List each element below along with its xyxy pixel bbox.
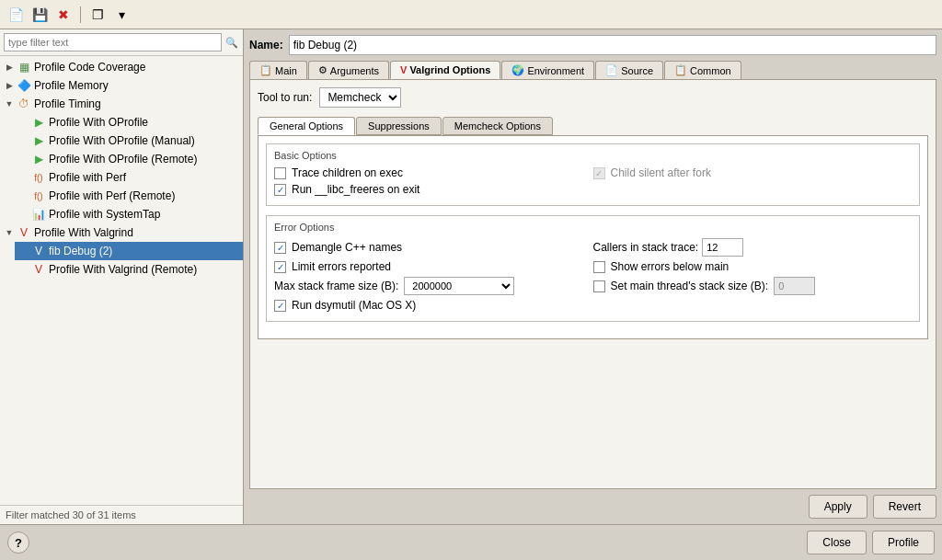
- bottom-right: Close Profile: [807, 531, 935, 554]
- trace-children-label: Trace children on exec: [292, 166, 403, 179]
- sub-tab-suppressions[interactable]: Suppressions: [356, 117, 442, 135]
- tab-common[interactable]: 📋 Common: [664, 61, 741, 79]
- basic-options-row2: ✓ Run __libc_freeres on exit: [274, 183, 912, 196]
- apply-button[interactable]: Apply: [809, 495, 867, 519]
- error-options-title: Error Options: [274, 222, 912, 233]
- toolbar: 📄 💾 ✖ ❐ ▾: [0, 0, 942, 29]
- revert-button[interactable]: Revert: [873, 495, 936, 519]
- valgrind-tab-label: Valgrind Options: [409, 64, 490, 75]
- error-row4: ✓ Run dsymutil (Mac OS X): [274, 299, 912, 312]
- tree-label-valgrind-remote: Profile With Valgrind (Remote): [49, 263, 197, 276]
- tool-select[interactable]: Memcheck Callgrind Helgrind DRD Massif D…: [319, 87, 401, 108]
- limit-errors-checkbox[interactable]: ✓: [274, 261, 286, 273]
- oprofile-icon: ▶: [31, 115, 46, 130]
- menu-button[interactable]: ▾: [111, 5, 132, 25]
- oprofile-manual-icon: ▶: [31, 133, 46, 148]
- new-button[interactable]: 📄: [6, 5, 26, 25]
- tree-item-fib-debug[interactable]: V fib Debug (2): [15, 242, 243, 260]
- tool-row: Tool to run: Memcheck Callgrind Helgrind…: [258, 87, 928, 108]
- set-main-stack-col: Set main thread's stack size (B):: [593, 277, 913, 295]
- expand-icon-perf: [18, 172, 29, 183]
- tree-label-oprofile-remote: Profile With OProfile (Remote): [49, 153, 197, 166]
- name-input[interactable]: [289, 35, 936, 55]
- tab-valgrind[interactable]: V Valgrind Options: [390, 61, 500, 79]
- expand-icon-oprofile-manual: [18, 135, 29, 146]
- tab-bar: 📋 Main ⚙ Arguments V Valgrind Options 🌍 …: [249, 61, 936, 79]
- child-silent-checkbox[interactable]: ✓: [593, 167, 605, 179]
- tree-item-oprofile-remote[interactable]: ▶ Profile With OProfile (Remote): [15, 150, 243, 168]
- expand-icon-memory: ▶: [4, 80, 15, 91]
- main-stack-input[interactable]: [774, 277, 815, 295]
- main-tab-label: Main: [275, 65, 297, 76]
- expand-icon-oprofile-remote: [18, 154, 29, 165]
- expand-icon-perf-remote: [18, 190, 29, 201]
- name-label: Name:: [249, 39, 283, 51]
- close-button[interactable]: Close: [807, 531, 867, 554]
- arguments-tab-icon: ⚙: [318, 64, 327, 76]
- error-options-group: Error Options ✓ Demangle C++ names Calle…: [266, 215, 920, 322]
- callers-col: Callers in stack trace:: [593, 238, 913, 257]
- expand-icon-valgrind-remote: [18, 264, 29, 275]
- filter-bar: 🔍: [0, 29, 243, 56]
- sub-tab-memcheck[interactable]: Memcheck Options: [442, 117, 553, 135]
- tree-container: ▶ ▦ Profile Code Coverage ▶ 🔷 Profile Me…: [0, 56, 243, 505]
- tree-item-valgrind-remote[interactable]: V Profile With Valgrind (Remote): [15, 260, 243, 279]
- basic-options-title: Basic Options: [274, 150, 912, 161]
- options-panel: Basic Options Trace children on exec ✓ C…: [258, 135, 928, 339]
- set-main-stack-checkbox[interactable]: [593, 280, 605, 292]
- run-libc-label: Run __libc_freeres on exit: [292, 183, 419, 196]
- save-button[interactable]: 💾: [29, 5, 50, 25]
- tab-environment[interactable]: 🌍 Environment: [501, 61, 594, 79]
- basic-options-group: Basic Options Trace children on exec ✓ C…: [266, 143, 920, 206]
- filter-input[interactable]: [4, 33, 222, 51]
- tab-source[interactable]: 📄 Source: [595, 61, 663, 79]
- valgrind-remote-icon: V: [31, 262, 46, 277]
- max-stack-label: Max stack frame size (B):: [274, 280, 398, 292]
- toolbar-separator-1: [80, 6, 81, 23]
- limit-errors-col: ✓ Limit errors reported: [274, 260, 593, 273]
- demangle-checkbox[interactable]: ✓: [274, 242, 286, 254]
- help-button[interactable]: ?: [7, 531, 29, 554]
- show-below-label: Show errors below main: [611, 260, 729, 273]
- expand-icon-valgrind: ▼: [4, 227, 15, 238]
- show-below-checkbox[interactable]: [593, 261, 605, 273]
- tree-item-code-coverage[interactable]: ▶ ▦ Profile Code Coverage: [0, 58, 243, 76]
- expand-icon-timing: ▼: [4, 98, 15, 109]
- tree-item-memory[interactable]: ▶ 🔷 Profile Memory: [0, 76, 243, 95]
- demangle-col: ✓ Demangle C++ names: [274, 241, 593, 254]
- sub-tab-suppressions-label: Suppressions: [368, 120, 430, 131]
- source-tab-label: Source: [621, 65, 653, 76]
- trace-children-checkbox[interactable]: [274, 167, 286, 179]
- expand-icon-systemtap: [18, 209, 29, 220]
- tree-item-oprofile-manual[interactable]: ▶ Profile With OProfile (Manual): [15, 131, 243, 150]
- duplicate-button[interactable]: ❐: [87, 5, 108, 25]
- memory-icon: 🔷: [17, 78, 31, 93]
- tree-label-timing: Profile Timing: [34, 97, 101, 110]
- tree-label-perf: Profile with Perf: [49, 171, 126, 184]
- callers-input[interactable]: [702, 238, 743, 257]
- run-libc-checkbox[interactable]: ✓: [274, 184, 286, 196]
- tree-label-oprofile: Profile With OProfile: [49, 116, 148, 129]
- tab-main[interactable]: 📋 Main: [249, 61, 307, 79]
- right-panel: Name: 📋 Main ⚙ Arguments V Valgrind Opti…: [244, 29, 942, 524]
- perf-icon: f(): [31, 170, 46, 185]
- tree-item-perf[interactable]: f() Profile with Perf: [15, 168, 243, 187]
- error-row1: ✓ Demangle C++ names Callers in stack tr…: [274, 238, 912, 257]
- tree-label-coverage: Profile Code Coverage: [34, 61, 145, 74]
- tree-item-timing[interactable]: ▼ ⏱ Profile Timing: [0, 95, 243, 113]
- oprofile-remote-icon: ▶: [31, 152, 46, 166]
- tree-item-perf-remote[interactable]: f() Profile with Perf (Remote): [15, 187, 243, 205]
- tree-item-systemtap[interactable]: 📊 Profile with SystemTap: [15, 205, 243, 223]
- environment-tab-label: Environment: [527, 65, 584, 76]
- tree-item-valgrind[interactable]: ▼ V Profile With Valgrind: [0, 223, 243, 242]
- delete-button[interactable]: ✖: [53, 5, 74, 25]
- tree-item-oprofile[interactable]: ▶ Profile With OProfile: [15, 113, 243, 131]
- max-stack-select[interactable]: 2000000: [404, 277, 514, 295]
- timing-icon: ⏱: [17, 97, 31, 111]
- apply-revert-bar: Apply Revert: [249, 495, 936, 519]
- sub-tab-general[interactable]: General Options: [258, 117, 355, 135]
- profile-button[interactable]: Profile: [872, 531, 935, 554]
- tab-arguments[interactable]: ⚙ Arguments: [308, 61, 389, 79]
- dsymutil-checkbox[interactable]: ✓: [274, 300, 286, 312]
- filter-clear-button[interactable]: 🔍: [224, 35, 239, 50]
